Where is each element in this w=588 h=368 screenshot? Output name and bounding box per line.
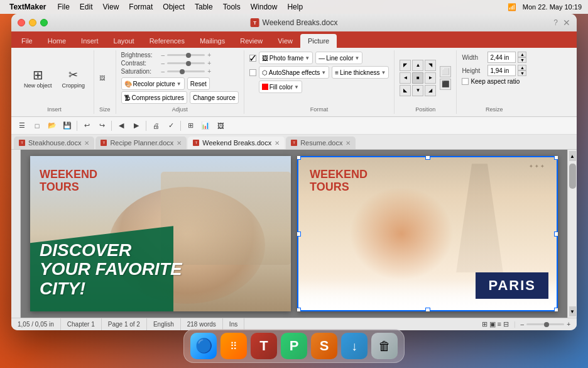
position-tl-btn[interactable]: ◤: [400, 60, 411, 71]
menu-window[interactable]: Window: [246, 0, 283, 14]
menu-object[interactable]: Object: [158, 0, 190, 14]
fill-color-button[interactable]: Fill color ▼: [259, 81, 302, 93]
scroll-bar-left[interactable]: [11, 150, 21, 318]
tab-mailings[interactable]: Mailings: [192, 34, 232, 48]
line-color-button[interactable]: — Line color ▼: [315, 52, 362, 64]
photo-frame-button[interactable]: 🖼 Photo frame ▼: [259, 52, 313, 64]
photo-frame-checkbox[interactable]: ✓: [249, 55, 256, 62]
scroll-up-btn[interactable]: ▲: [569, 151, 576, 161]
open-btn[interactable]: 📂: [45, 119, 59, 133]
compress-pictures-button[interactable]: 🗜 Compress pictures: [121, 91, 187, 104]
height-input[interactable]: 1,94 in: [487, 65, 516, 76]
minimize-button[interactable]: [29, 19, 36, 26]
position-mc-btn[interactable]: ■: [412, 72, 423, 84]
weekend-close[interactable]: ✕: [275, 140, 280, 147]
redo-btn[interactable]: ↪: [95, 119, 109, 133]
menu-view[interactable]: View: [98, 0, 124, 14]
tab-insert[interactable]: Insert: [74, 34, 106, 48]
wifi-icon[interactable]: 📶: [508, 3, 516, 11]
reset-button[interactable]: Reset: [187, 77, 210, 90]
dock-launchpad[interactable]: ⠿: [220, 333, 247, 359]
tab-recipe-planner[interactable]: T Recipe Planner.docx ✕: [95, 137, 187, 149]
steakhouse-close[interactable]: ✕: [84, 140, 89, 147]
dock-planmaker[interactable]: P: [281, 333, 307, 359]
close-button[interactable]: [18, 19, 25, 26]
position-tr-btn[interactable]: ◥: [425, 60, 436, 71]
change-source-button[interactable]: Change source: [190, 91, 239, 104]
tab-references[interactable]: References: [142, 34, 192, 48]
dock-presentations[interactable]: S: [311, 333, 337, 359]
menu-icon-btn[interactable]: ☰: [15, 119, 29, 133]
tab-home[interactable]: Home: [40, 34, 74, 48]
width-input[interactable]: 2,44 in: [487, 52, 516, 63]
brightness-minus[interactable]: –: [161, 52, 165, 59]
tab-picture[interactable]: Picture: [300, 34, 337, 48]
keep-aspect-checkbox[interactable]: [462, 78, 469, 85]
tab-view[interactable]: View: [270, 34, 300, 48]
height-up[interactable]: ▲: [518, 65, 526, 70]
zoom-minus-btn[interactable]: –: [521, 321, 525, 328]
new-btn[interactable]: □: [30, 119, 44, 133]
menu-file[interactable]: File: [52, 0, 74, 14]
dock-downloads[interactable]: ↓: [341, 333, 368, 359]
resume-close[interactable]: ✕: [346, 140, 351, 147]
maximize-button[interactable]: [40, 19, 48, 26]
brightness-plus[interactable]: +: [207, 52, 211, 59]
cropping-button[interactable]: ✂ Cropping: [58, 65, 89, 91]
autoshape-button[interactable]: ⬡ AutoShape effects ▼: [259, 66, 329, 79]
position-br-btn[interactable]: ◢: [425, 85, 436, 96]
height-down[interactable]: ▼: [518, 70, 526, 76]
new-object-button[interactable]: ⊞ New object: [20, 65, 56, 91]
wrap-around-btn[interactable]: ⬛: [440, 79, 451, 90]
tab-weekend-breaks[interactable]: T Weekend Breaks.docx ✕: [188, 137, 285, 149]
undo-btn[interactable]: ↩: [80, 119, 94, 133]
menu-format[interactable]: Format: [124, 0, 158, 14]
image-btn[interactable]: 🖼: [214, 119, 227, 133]
dock-textmaker[interactable]: T: [251, 333, 277, 359]
save-btn[interactable]: 💾: [60, 119, 74, 133]
scroll-down-btn[interactable]: ▼: [569, 306, 576, 316]
chart-btn[interactable]: 📊: [199, 119, 212, 133]
view-icon-2[interactable]: ▣: [489, 320, 496, 328]
contrast-slider[interactable]: [167, 62, 205, 64]
contrast-minus[interactable]: –: [161, 60, 165, 67]
contrast-plus[interactable]: +: [207, 60, 211, 67]
menu-tools[interactable]: Tools: [218, 0, 246, 14]
app-brand[interactable]: TextMaker: [6, 0, 52, 14]
saturation-slider[interactable]: [167, 70, 205, 72]
zoom-slider[interactable]: [526, 323, 564, 325]
dock-finder[interactable]: 🔵: [190, 333, 217, 359]
tab-review[interactable]: Review: [232, 34, 270, 48]
recolor-picture-button[interactable]: 🎨 Recolor picture ▼: [121, 77, 185, 90]
position-bl-btn[interactable]: ◣: [400, 85, 411, 96]
width-up[interactable]: ▲: [518, 52, 526, 57]
saturation-plus[interactable]: +: [207, 68, 211, 75]
tab-resume[interactable]: T Resume.docx ✕: [286, 137, 356, 149]
position-mr-btn[interactable]: ►: [425, 72, 436, 84]
menu-edit[interactable]: Edit: [75, 0, 98, 14]
window-close-icon[interactable]: ✕: [563, 18, 570, 28]
autoshape-checkbox[interactable]: [249, 69, 256, 76]
tab-layout[interactable]: Layout: [106, 34, 142, 48]
tab-steakhouse[interactable]: T Steakhouse.docx ✕: [14, 137, 94, 149]
zoom-plus-btn[interactable]: +: [567, 321, 570, 328]
dock-trash[interactable]: 🗑: [371, 333, 398, 359]
menu-help[interactable]: Help: [282, 0, 308, 14]
view-icon-4[interactable]: ⊟: [503, 320, 509, 328]
view-icon-1[interactable]: ⊞: [482, 320, 487, 328]
view-icon-3[interactable]: ≡: [498, 320, 501, 328]
scroll-thumb[interactable]: [569, 164, 576, 189]
tab-file[interactable]: File: [14, 34, 40, 48]
saturation-minus[interactable]: –: [161, 68, 165, 75]
menu-table[interactable]: Table: [190, 0, 218, 14]
forward-btn[interactable]: ▶: [129, 119, 143, 133]
scroll-bar-right[interactable]: ▲ ▼: [567, 150, 577, 318]
spellcheck-btn[interactable]: ✓: [164, 119, 178, 133]
line-thickness-button[interactable]: ≡ Line thickness ▼: [332, 66, 389, 79]
width-down[interactable]: ▼: [518, 57, 526, 63]
brightness-slider[interactable]: [167, 54, 205, 56]
help-button[interactable]: ?: [553, 18, 558, 27]
recipe-close[interactable]: ✕: [177, 140, 182, 147]
back-btn[interactable]: ◀: [114, 119, 128, 133]
position-bc-btn[interactable]: ▼: [412, 85, 423, 96]
